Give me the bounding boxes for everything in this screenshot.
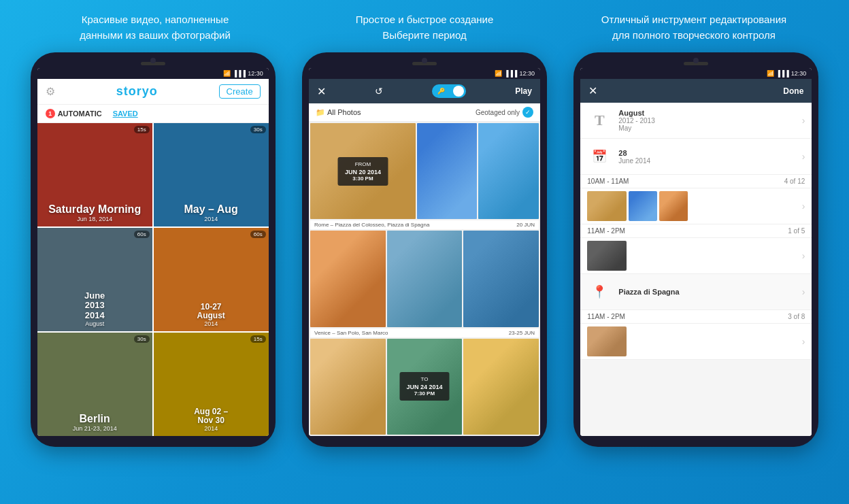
list-item-text[interactable]: T August 2012 - 2013 May › xyxy=(580,103,812,139)
phone1-grid: 15s Saturday Morning Jun 18, 2014 30s Ma… xyxy=(37,123,269,436)
grid-cell-1[interactable]: 15s Saturday Morning Jun 18, 2014 xyxy=(37,123,152,226)
time-image-row-3[interactable]: › xyxy=(580,324,812,360)
count-3: 3 of 8 xyxy=(788,313,805,320)
time-section-header-1: 10AM - 11AM 4 of 12 xyxy=(580,175,812,188)
photo-row-1: FROM JUN 20 2014 3:30 PM xyxy=(310,123,539,219)
grid-cell-4[interactable]: 60s 10-27August 2014 xyxy=(154,228,269,331)
create-button[interactable]: Create xyxy=(219,84,261,99)
photo-rome-3[interactable] xyxy=(478,123,539,219)
grid-cell-6[interactable]: 15s Aug 02 –Nov 30 2014 xyxy=(154,333,269,436)
photo-to-1[interactable] xyxy=(310,339,386,435)
toggle-switch[interactable]: 🔑 xyxy=(432,84,466,98)
signal-icon: ▐▐▐ xyxy=(233,70,246,77)
time-section-header-2: 11AM - 2PM 1 of 5 xyxy=(580,224,812,238)
calendar-month-year: June 2014 xyxy=(618,157,795,165)
done-button[interactable]: Done xyxy=(783,86,803,96)
top-text-3: Отличный инструмент редактирования для п… xyxy=(565,12,823,43)
phone-camera-1 xyxy=(150,58,156,63)
location-title: Piazza di Spagna xyxy=(618,288,795,296)
count-2: 1 of 5 xyxy=(788,227,805,235)
location-pin-icon: 📍 xyxy=(587,280,612,304)
cell-3-label: June20132014 August xyxy=(82,287,107,331)
grid-cell-3[interactable]: 60s June20132014 August xyxy=(37,228,152,331)
chevron-icon-6: › xyxy=(802,336,805,347)
calendar-item-content: 28 June 2014 xyxy=(618,149,795,165)
from-label: FROM xyxy=(345,161,381,167)
time-range-3: 11AM - 2PM xyxy=(587,313,625,320)
venice-photo xyxy=(387,231,463,326)
thumb-5 xyxy=(587,326,627,356)
photo-venice-3[interactable] xyxy=(463,231,539,326)
time-section-header-3: 11AM - 2PM 3 of 8 xyxy=(580,310,812,324)
phone1-header: ⚙ storyo Create xyxy=(37,79,269,105)
chevron-icon-5: › xyxy=(802,286,805,297)
thumb-4 xyxy=(587,241,627,271)
photo-row-2 xyxy=(310,231,539,326)
undo-button[interactable]: ↺ xyxy=(375,86,383,97)
top-text-2-line1: Простое и быстрое создание xyxy=(356,14,494,25)
cell-5-label: Berlin Jun 21-23, 2014 xyxy=(70,409,120,436)
cell-1-label: Saturday Morning Jun 18, 2014 xyxy=(46,199,144,226)
time-range-2: 11AM - 2PM xyxy=(587,227,625,235)
phone-camera-3 xyxy=(693,58,699,63)
text-item-sub: 2012 - 2013 xyxy=(618,117,795,124)
calendar-icon: 📅 xyxy=(587,144,612,169)
cell-2-label: May – Aug 2014 xyxy=(181,199,240,226)
phone-1-screen: 📶 ▐▐▐ 12:30 ⚙ storyo Create 1 AUTOMATIC … xyxy=(37,68,269,436)
top-text-1-line2: данными из ваших фотографий xyxy=(80,29,231,41)
timer-badge-5: 30s xyxy=(134,335,150,343)
timer-badge-4: 60s xyxy=(250,231,266,238)
photo-to-2[interactable]: TO JUN 24 2014 7:30 PM xyxy=(387,339,463,435)
chevron-icon-1: › xyxy=(802,115,805,126)
phone2-filter-bar: 📁 All Photos Geotaged only xyxy=(309,103,540,122)
photo-venice-1[interactable] xyxy=(310,231,386,326)
play-button[interactable]: Play xyxy=(515,86,532,96)
close-button[interactable]: ✕ xyxy=(317,85,326,98)
all-photos-filter[interactable]: 📁 All Photos xyxy=(316,108,361,117)
wifi-icon: 📶 xyxy=(223,70,231,77)
notification-badge: 1 xyxy=(46,109,55,118)
grid-cell-5[interactable]: 30s Berlin Jun 21-23, 2014 xyxy=(37,333,152,436)
signal-icon-2: ▐▐▐ xyxy=(504,70,517,77)
thumb-3 xyxy=(659,191,688,221)
sunny-photo xyxy=(463,339,539,435)
grid-cell-2[interactable]: 30s May – Aug 2014 xyxy=(154,123,269,226)
count-1: 4 of 12 xyxy=(784,178,805,185)
time-image-row-2[interactable]: › xyxy=(580,238,812,274)
photo-rome-1[interactable]: FROM JUN 20 2014 3:30 PM xyxy=(310,123,416,219)
boat-photo xyxy=(463,231,539,326)
text-item-title: August xyxy=(618,109,795,117)
time-image-row-1[interactable]: › xyxy=(580,188,812,224)
to-overlay: TO JUN 24 2014 7:30 PM xyxy=(399,372,449,401)
phone-3: 📶 ▐▐▐ 12:30 ✕ Done T August 2012 - 2013 … xyxy=(573,52,818,447)
close-button-3[interactable]: ✕ xyxy=(588,84,597,97)
folder-icon: 📁 xyxy=(316,108,325,117)
list-item-location[interactable]: 📍 Piazza di Spagna › xyxy=(580,274,812,310)
timer-badge-2: 30s xyxy=(250,126,266,133)
top-text-2: Простое и быстрое создание Выберите пери… xyxy=(295,12,554,43)
tab-saved[interactable]: SAVED xyxy=(113,110,138,118)
tab-automatic[interactable]: 1 AUTOMATIC xyxy=(46,109,102,118)
chevron-icon-2: › xyxy=(802,151,805,162)
cell-6-label: Aug 02 –Nov 30 2014 xyxy=(191,403,231,436)
geotag-filter[interactable]: Geotaged only xyxy=(476,107,533,118)
geotag-checkbox[interactable] xyxy=(522,107,533,118)
from-overlay: FROM JUN 20 2014 3:30 PM xyxy=(338,157,388,186)
phone-3-screen: 📶 ▐▐▐ 12:30 ✕ Done T August 2012 - 2013 … xyxy=(580,68,812,436)
photo-rome-2[interactable] xyxy=(417,123,478,219)
status-bar-1: 📶 ▐▐▐ 12:30 xyxy=(37,68,269,79)
top-text-1-line1: Красивые видео, наполненные xyxy=(82,14,229,25)
top-text-1: Красивые видео, наполненные данными из в… xyxy=(26,12,284,43)
phone1-tabs: 1 AUTOMATIC SAVED xyxy=(37,105,269,123)
photo-grid-2: FROM JUN 20 2014 3:30 PM Rome xyxy=(309,122,540,436)
top-text-2-line2: Выберите период xyxy=(382,29,466,41)
top-text-row: Красивые видео, наполненные данными из в… xyxy=(20,12,829,43)
photo-venice-2[interactable] xyxy=(387,231,463,326)
time-2: 12:30 xyxy=(519,70,535,77)
phone3-header: ✕ Done xyxy=(580,79,812,103)
photo-to-3[interactable] xyxy=(463,339,539,435)
gear-icon[interactable]: ⚙ xyxy=(46,85,55,98)
calendar-day: 28 xyxy=(618,149,795,157)
list-item-calendar[interactable]: 📅 28 June 2014 › xyxy=(580,139,812,175)
key-icon: 🔑 xyxy=(435,88,445,95)
